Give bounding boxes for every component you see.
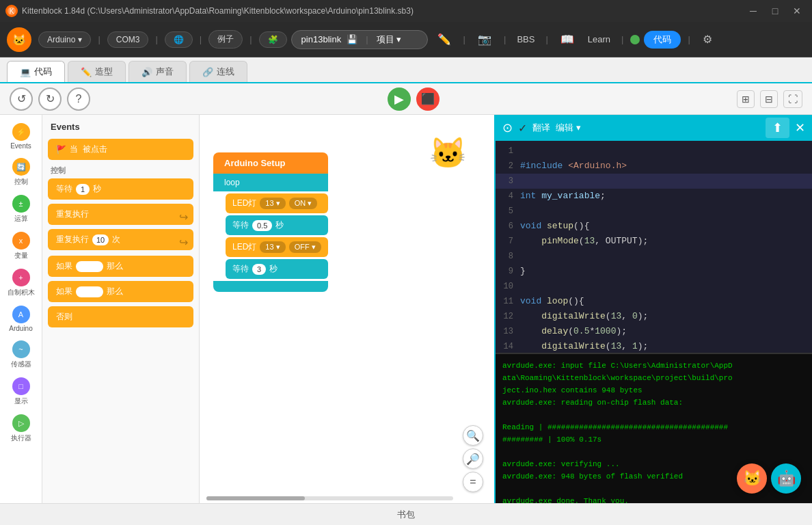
scratch-canvas[interactable]: 🐱 Arduino Setup loop LED灯 13 ▾ ON ▾ 等待 0… bbox=[200, 115, 494, 503]
code-editor[interactable]: 1 2#include <Arduino.h> 3 4int my_variab… bbox=[496, 141, 812, 353]
controls-bar: ↺ ↻ ? ▶ ⬛ ⊞ ⊟ ⛶ bbox=[0, 83, 812, 115]
sidebar-item-arduino[interactable]: A Arduino bbox=[0, 301, 42, 336]
zoom-reset-button[interactable]: = bbox=[463, 472, 483, 492]
flag-icon: 🚩 bbox=[56, 145, 66, 154]
setup-label: Arduino Setup bbox=[224, 158, 286, 168]
sidebar-item-actuator[interactable]: ▷ 执行器 bbox=[0, 410, 42, 447]
tab-sound[interactable]: 🔊 声音 bbox=[128, 61, 187, 82]
variables-dot: x bbox=[12, 232, 30, 250]
led-off-pin[interactable]: 13 ▾ bbox=[260, 241, 285, 253]
camera-icon[interactable]: 📷 bbox=[472, 30, 497, 49]
edit-icon[interactable]: ✏️ bbox=[432, 30, 457, 49]
bbs-button[interactable]: BBS bbox=[513, 31, 539, 47]
custom-label: 自制积木 bbox=[8, 288, 35, 297]
wait-0-5-block[interactable]: 等待 0.5 秒 bbox=[226, 215, 328, 235]
help-button[interactable]: ? bbox=[67, 88, 90, 111]
upload-button[interactable]: ⬆ bbox=[766, 118, 789, 138]
app-logo: 🐱 bbox=[7, 27, 31, 52]
zoom-out-button[interactable]: 🔎 bbox=[463, 448, 483, 469]
console-line-12: avrdude.exe done. Thank you. bbox=[502, 495, 805, 503]
sidebar-item-control[interactable]: 🔄 控制 bbox=[0, 154, 42, 191]
chat-fab-button[interactable]: 🤖 bbox=[771, 463, 801, 494]
redo-button[interactable]: ↻ bbox=[38, 88, 62, 111]
canvas-scrollbar-thumb[interactable] bbox=[206, 496, 305, 500]
when-flag-block[interactable]: 🚩 当 被点击 bbox=[48, 139, 193, 160]
cat-fab-button[interactable]: 🐱 bbox=[737, 463, 767, 494]
example-button[interactable]: 例子 bbox=[208, 30, 243, 49]
stop-button[interactable]: ⬛ bbox=[416, 88, 439, 111]
arduino-logo-icon: ⊙ bbox=[502, 120, 513, 135]
tab-connect[interactable]: 🔗 连线 bbox=[189, 61, 247, 82]
tab-code[interactable]: 💻 代码 bbox=[7, 61, 65, 82]
canvas-scrollbar[interactable] bbox=[206, 496, 453, 500]
loop-end-block bbox=[213, 281, 328, 292]
port-selector[interactable]: COM3 bbox=[107, 31, 149, 48]
translate-button[interactable]: 翻译 bbox=[532, 122, 550, 134]
sensor-dot: ~ bbox=[12, 340, 30, 358]
undo-button[interactable]: ↺ bbox=[10, 88, 33, 111]
puzzle-button[interactable]: 🧩 bbox=[259, 31, 287, 48]
if-then-else-block[interactable]: 如果 那么 bbox=[48, 281, 193, 302]
wait-3-block[interactable]: 等待 3 秒 bbox=[226, 259, 328, 279]
repeat-forever-block[interactable]: 重复执行 ↪ bbox=[48, 204, 193, 225]
svg-text:🐱: 🐱 bbox=[12, 33, 26, 46]
repeat-n-value[interactable]: 10 bbox=[92, 234, 109, 245]
wait-block[interactable]: 等待 1 秒 bbox=[48, 178, 193, 200]
wait-0-5-value[interactable]: 0.5 bbox=[252, 220, 272, 231]
else-block[interactable]: 否则 bbox=[48, 306, 193, 327]
blocks-panel: Events 🚩 当 被点击 控制 等待 1 秒 重复执行 ↪ 重复执行 10 … bbox=[42, 115, 200, 503]
fullscreen-button[interactable]: ⛶ bbox=[783, 90, 802, 108]
code-line-12: 12 digitalWrite(13, 0); bbox=[496, 309, 812, 324]
platform-selector[interactable]: Arduino ▾ bbox=[38, 31, 91, 48]
tab-costume[interactable]: ✏️ 造型 bbox=[68, 61, 126, 82]
wait-0-5-unit: 秒 bbox=[275, 219, 284, 231]
arduino-setup-block[interactable]: Arduino Setup bbox=[213, 152, 328, 174]
zoom-in-button[interactable]: 🔍 bbox=[463, 425, 483, 446]
led-on-block[interactable]: LED灯 13 ▾ ON ▾ bbox=[226, 193, 328, 213]
code-close-button[interactable]: ✕ bbox=[795, 120, 805, 135]
led-off-block[interactable]: LED灯 13 ▾ OFF ▾ bbox=[226, 237, 328, 257]
edit-button[interactable]: 编辑 ▾ bbox=[556, 122, 581, 134]
minimize-button[interactable]: ─ bbox=[744, 4, 763, 18]
sensor-label: 传感器 bbox=[11, 360, 31, 369]
settings-icon[interactable]: ⚙ bbox=[697, 30, 718, 49]
console-line-5 bbox=[502, 409, 805, 421]
close-button[interactable]: ✕ bbox=[787, 4, 807, 18]
led-on-pin[interactable]: 13 ▾ bbox=[260, 198, 285, 209]
scratch-cat-icon: 🐱 bbox=[429, 135, 467, 171]
sidebar-item-operators[interactable]: ± 运算 bbox=[0, 191, 42, 228]
sidebar-item-custom[interactable]: + 自制积木 bbox=[0, 265, 42, 301]
zoom-controls: 🔍 🔎 = bbox=[463, 425, 483, 492]
led-off-state[interactable]: OFF ▾ bbox=[289, 241, 321, 253]
repeat-n-block[interactable]: 重复执行 10 次 ↪ bbox=[48, 229, 193, 250]
layout-full-button[interactable]: ⊟ bbox=[760, 90, 778, 108]
loop-block[interactable]: loop bbox=[213, 174, 328, 191]
layout-split-button[interactable]: ⊞ bbox=[737, 90, 755, 108]
sidebar-item-variables[interactable]: x 变量 bbox=[0, 228, 42, 265]
if-then-block[interactable]: 如果 那么 bbox=[48, 256, 193, 277]
backpack-label: 书包 bbox=[397, 509, 415, 521]
led-on-state[interactable]: ON ▾ bbox=[289, 198, 318, 209]
run-button[interactable]: ▶ bbox=[388, 88, 411, 111]
sidebar-item-display[interactable]: □ 显示 bbox=[0, 373, 42, 410]
check-icon[interactable]: ✓ bbox=[518, 122, 527, 135]
if-else-condition[interactable] bbox=[76, 286, 103, 297]
sidebar-item-sensor[interactable]: ~ 传感器 bbox=[0, 336, 42, 373]
save-icon[interactable]: 💾 bbox=[347, 34, 357, 44]
code-line-9: 9} bbox=[496, 264, 812, 279]
tab-code-label: 代码 bbox=[34, 66, 52, 78]
puzzle-icon: 🧩 bbox=[268, 35, 278, 44]
events-dot: ⚡ bbox=[12, 123, 30, 141]
project-label[interactable]: 项目 ▾ bbox=[377, 33, 402, 46]
code-button[interactable]: 代码 bbox=[644, 31, 681, 49]
wait-3-value[interactable]: 3 bbox=[252, 264, 266, 275]
globe-button[interactable]: 🌐 bbox=[165, 31, 193, 48]
led-off-label: LED灯 bbox=[232, 241, 256, 253]
sep7: | bbox=[543, 34, 550, 44]
if-condition[interactable] bbox=[76, 261, 103, 272]
sidebar-item-events[interactable]: ⚡ Events bbox=[0, 119, 42, 154]
wait-value[interactable]: 1 bbox=[76, 184, 90, 195]
learn-button[interactable]: Learn bbox=[584, 31, 614, 47]
maximize-button[interactable]: □ bbox=[766, 4, 785, 18]
operators-dot: ± bbox=[12, 195, 30, 213]
